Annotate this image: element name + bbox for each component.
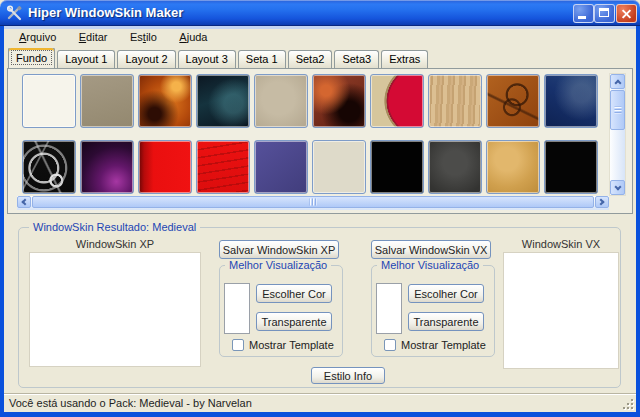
- close-icon: [617, 5, 636, 22]
- scroll-up-button[interactable]: [610, 74, 625, 89]
- viz-group-title: Melhor Visualização: [377, 259, 483, 271]
- viz-group-title: Melhor Visualização: [225, 259, 331, 271]
- tab-seta-1[interactable]: Seta 1: [238, 50, 286, 68]
- transparent-button-vx[interactable]: Transparente: [408, 312, 484, 331]
- swatch-light-beige[interactable]: [312, 140, 366, 194]
- horizontal-scroll-thumb[interactable]: [32, 196, 594, 208]
- maximize-icon: [599, 8, 609, 17]
- chevron-down-icon: [614, 183, 621, 190]
- status-text: Você está usando o Pack: Medieval - by N…: [9, 397, 252, 409]
- windowskin-xp-preview: [29, 252, 201, 367]
- swatch-ember-rust[interactable]: [312, 74, 366, 128]
- swatch-black-1[interactable]: [370, 140, 424, 194]
- swatch-red-streaks[interactable]: [196, 140, 250, 194]
- swatch-indigo[interactable]: [254, 140, 308, 194]
- swatch-charcoal[interactable]: [428, 140, 482, 194]
- result-group-title: WindowSkin Resultado: Medieval: [29, 221, 200, 233]
- tab-layout-2[interactable]: Layout 2: [117, 50, 175, 68]
- thumb-grip: [614, 107, 621, 114]
- choose-color-button-xp[interactable]: Escolher Cor: [256, 284, 332, 303]
- vx-preview-label: WindowSkin VX: [503, 238, 619, 250]
- maximize-button[interactable]: [594, 4, 615, 23]
- thumb-grip: [310, 199, 317, 206]
- vertical-scroll-thumb[interactable]: [610, 90, 625, 130]
- swatch-light-wood[interactable]: [428, 74, 482, 128]
- show-template-label: Mostrar Template: [401, 339, 486, 351]
- chevron-right-icon: [597, 198, 604, 205]
- titlebar[interactable]: Hiper WindowSkin Maker: [0, 0, 640, 26]
- chevron-left-icon: [21, 198, 28, 205]
- swatch-fire-marble[interactable]: [138, 74, 192, 128]
- color-preview-box-xp: [224, 283, 250, 334]
- swatch-black-2[interactable]: [544, 140, 598, 194]
- tab-strip: Fundo Layout 1 Layout 2 Layout 3 Seta 1 …: [8, 49, 632, 68]
- xp-preview-label: WindowSkin XP: [29, 238, 201, 250]
- tab-seta3[interactable]: Seta3: [334, 50, 379, 68]
- swatch-cream[interactable]: [22, 74, 76, 128]
- tab-extras[interactable]: Extras: [381, 50, 428, 68]
- swatch-sand[interactable]: [254, 74, 308, 128]
- tab-layout-3[interactable]: Layout 3: [178, 50, 236, 68]
- swatch-row-2: [22, 140, 598, 194]
- viz-group-xp: Melhor Visualização Escolher Cor Transpa…: [219, 265, 343, 357]
- swatch-row-1: [22, 74, 598, 128]
- estilo-info-button[interactable]: Estilo Info: [311, 367, 385, 384]
- result-groupbox: WindowSkin Resultado: Medieval WindowSki…: [18, 227, 621, 388]
- save-windowskin-xp-button[interactable]: Salvar WindowSkin XP: [219, 240, 339, 259]
- close-button[interactable]: [616, 4, 637, 23]
- swatch-navy-smoke[interactable]: [544, 74, 598, 128]
- swatch-red-cream-curve[interactable]: [370, 74, 424, 128]
- show-template-row-xp: Mostrar Template: [232, 339, 334, 351]
- scroll-down-button[interactable]: [610, 180, 625, 195]
- show-template-row-vx: Mostrar Template: [384, 339, 486, 351]
- menu-estilo[interactable]: Estilo: [121, 29, 166, 45]
- menu-arquivo[interactable]: Arquivo: [10, 29, 65, 45]
- chevron-up-icon: [614, 79, 621, 86]
- scroll-left-button[interactable]: [17, 196, 31, 208]
- swatch-rune-circle[interactable]: [22, 140, 76, 194]
- swatch-dark-teal-stone[interactable]: [196, 74, 250, 128]
- choose-color-button-vx[interactable]: Escolher Cor: [408, 284, 484, 303]
- status-bar: Você está usando o Pack: Medieval - by N…: [4, 393, 636, 412]
- show-template-checkbox-vx[interactable]: [384, 339, 396, 351]
- show-template-checkbox-xp[interactable]: [232, 339, 244, 351]
- transparent-button-xp[interactable]: Transparente: [256, 312, 332, 331]
- tab-layout-1[interactable]: Layout 1: [57, 50, 115, 68]
- save-windowskin-vx-button[interactable]: Salvar WindowSkin VX: [371, 240, 491, 259]
- horizontal-scrollbar[interactable]: [17, 196, 609, 210]
- menu-ajuda[interactable]: Ajuda: [170, 29, 216, 45]
- color-preview-box-vx: [376, 283, 402, 334]
- swatch-taupe[interactable]: [80, 74, 134, 128]
- menu-editar[interactable]: Editar: [70, 29, 117, 45]
- app-window: Hiper WindowSkin Maker Arquivo Editar Es…: [0, 0, 640, 417]
- windowskin-vx-preview: [503, 252, 619, 369]
- swatch-gold-parchment[interactable]: [486, 140, 540, 194]
- texture-gallery-panel: [7, 68, 633, 214]
- menu-bar: Arquivo Editar Estilo Ajuda: [4, 26, 636, 48]
- show-template-label: Mostrar Template: [249, 339, 334, 351]
- minimize-icon: [578, 16, 586, 19]
- window-title: Hiper WindowSkin Maker: [28, 0, 183, 26]
- resize-grip-icon[interactable]: [622, 398, 635, 411]
- tab-seta2[interactable]: Seta2: [288, 50, 333, 68]
- scroll-right-button[interactable]: [595, 196, 609, 208]
- swatch-purple-nebula[interactable]: [80, 140, 134, 194]
- minimize-button[interactable]: [573, 4, 594, 23]
- vertical-scrollbar[interactable]: [609, 73, 626, 196]
- viz-group-vx: Melhor Visualização Escolher Cor Transpa…: [371, 265, 495, 357]
- swatch-dragon-etch[interactable]: [486, 74, 540, 128]
- crossed-tools-icon: [7, 5, 23, 21]
- tab-fundo[interactable]: Fundo: [8, 47, 55, 68]
- swatch-red-shaded-edge[interactable]: [138, 140, 192, 194]
